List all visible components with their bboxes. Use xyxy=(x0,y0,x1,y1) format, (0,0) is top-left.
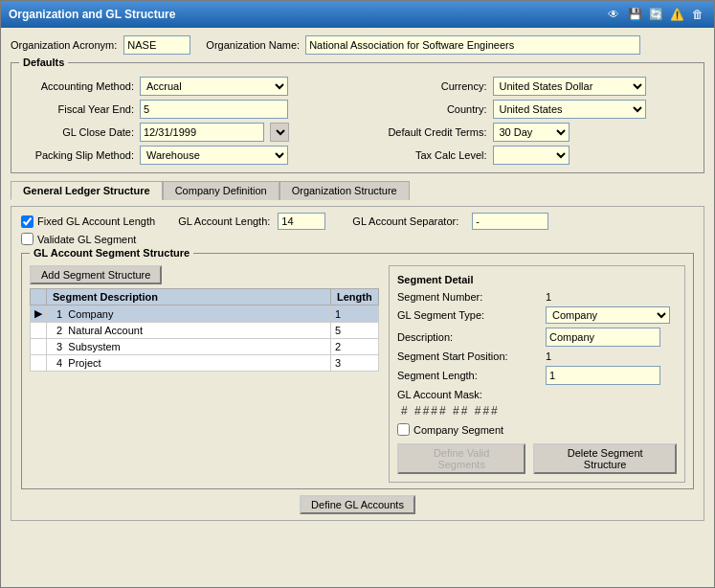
segment-detail-buttons: Define Valid Segments Delete Segment Str… xyxy=(397,443,677,474)
fixed-gl-check-row: Fixed GL Account Length xyxy=(21,215,155,228)
tab-general-ledger[interactable]: General Ledger Structure xyxy=(11,181,163,200)
segment-table-area: Add Segment Structure Segment Descriptio… xyxy=(30,265,379,483)
define-gl-btn-area: Define GL Accounts xyxy=(21,495,694,514)
start-pos-label: Segment Start Position: xyxy=(397,351,546,362)
org-acronym-input[interactable] xyxy=(123,35,190,55)
col-arrow xyxy=(31,289,47,305)
desc-label: Description: xyxy=(397,331,546,343)
country-select[interactable]: United States Canada United Kingdom xyxy=(493,100,646,119)
start-pos-row: Segment Start Position: 1 xyxy=(397,351,677,362)
main-content: Organization Acronym: Organization Name:… xyxy=(1,28,714,587)
credit-terms-label: Default Credit Terms: xyxy=(363,126,487,138)
delete-segment-button[interactable]: Delete Segment Structure xyxy=(533,443,677,474)
table-row[interactable]: 2 Natural Account 5 xyxy=(31,323,379,339)
row-len: 3 xyxy=(331,355,379,372)
country-label: Country: xyxy=(363,103,487,115)
gl-separator-label: GL Account Separator: xyxy=(352,215,458,227)
accounting-method-label: Accounting Method: xyxy=(19,80,134,92)
credit-terms-select[interactable]: 30 Day 60 Day Net 30 xyxy=(493,123,570,142)
gl-seg-type-select[interactable]: Company Natural Account Subsystem Projec… xyxy=(546,306,670,324)
currency-select[interactable]: United States Dollar Euro British Pound xyxy=(493,77,646,96)
segment-table: Segment Description Length ▶ 1 Company 1 xyxy=(30,288,379,372)
define-valid-segments-button[interactable]: Define Valid Segments xyxy=(397,443,525,474)
fiscal-year-input[interactable] xyxy=(140,100,288,119)
org-name-input[interactable] xyxy=(305,35,640,55)
desc-input[interactable] xyxy=(546,328,660,347)
gl-mask-row: GL Account Mask: xyxy=(397,389,677,400)
fiscal-year-label: Fiscal Year End: xyxy=(19,103,134,115)
seg-length-input[interactable] xyxy=(546,366,660,385)
defaults-group: Defaults Accounting Method: Accrual Cash… xyxy=(11,62,704,173)
accounting-method-select[interactable]: Accrual Cash xyxy=(140,77,288,96)
toolbar-icons: 👁 💾 🔄 ⚠️ 🗑 xyxy=(605,6,706,23)
packing-slip-row: Packing Slip Method: Warehouse Sales Ord… xyxy=(19,146,353,165)
gl-mask-label: GL Account Mask: xyxy=(397,389,546,400)
segment-structure-group: GL Account Segment Structure Add Segment… xyxy=(21,253,694,489)
eye-icon[interactable]: 👁 xyxy=(605,6,622,23)
defaults-right: Currency: United States Dollar Euro Brit… xyxy=(363,77,697,165)
close-icon[interactable]: 🗑 xyxy=(689,6,706,23)
define-gl-accounts-button[interactable]: Define GL Accounts xyxy=(300,495,415,514)
tab-company-definition[interactable]: Company Definition xyxy=(163,181,279,200)
segment-main-area: Add Segment Structure Segment Descriptio… xyxy=(30,265,685,483)
credit-terms-row: Default Credit Terms: 30 Day 60 Day Net … xyxy=(363,123,697,142)
gl-close-row: GL Close Date: ▼ xyxy=(19,123,353,142)
row-arrow xyxy=(31,339,47,355)
start-pos-value: 1 xyxy=(546,351,551,362)
seg-num-value: 1 xyxy=(546,291,551,303)
gl-close-dropdown[interactable]: ▼ xyxy=(270,123,289,142)
desc-row: Description: xyxy=(397,328,677,347)
gl-separator-input[interactable] xyxy=(472,213,548,230)
tax-calc-select[interactable]: Line Order xyxy=(493,146,570,165)
seg-num-row: Segment Number: 1 xyxy=(397,291,677,303)
seg-length-label: Segment Length: xyxy=(397,370,546,381)
org-row: Organization Acronym: Organization Name: xyxy=(11,35,704,55)
org-acronym-label: Organization Acronym: xyxy=(11,39,117,51)
row-desc: 2 Natural Account xyxy=(47,323,331,339)
currency-label: Currency: xyxy=(363,80,487,92)
tab-organization-structure[interactable]: Organization Structure xyxy=(279,181,410,200)
tax-calc-row: Tax Calc Level: Line Order xyxy=(363,146,697,165)
mask-value: # #### ## ### xyxy=(401,404,500,418)
row-arrow xyxy=(31,355,47,372)
gl-structure-row: Fixed GL Account Length GL Account Lengt… xyxy=(21,213,694,230)
col-description: Segment Description xyxy=(47,289,331,305)
country-row: Country: United States Canada United Kin… xyxy=(363,100,697,119)
gl-seg-type-row: GL Segment Type: Company Natural Account… xyxy=(397,306,677,324)
warning-icon[interactable]: ⚠️ xyxy=(668,6,685,23)
row-arrow: ▶ xyxy=(31,305,47,323)
title-bar: Organization and GL Structure 👁 💾 🔄 ⚠️ 🗑 xyxy=(1,1,714,28)
gl-account-length-input[interactable] xyxy=(278,213,325,230)
validate-gl-checkbox[interactable] xyxy=(21,233,34,245)
company-seg-checkbox[interactable] xyxy=(397,423,410,436)
fixed-gl-checkbox[interactable] xyxy=(21,215,34,228)
save-icon[interactable]: 💾 xyxy=(626,6,643,23)
row-len: 5 xyxy=(331,323,379,339)
row-len: 2 xyxy=(331,339,379,355)
org-name-label: Organization Name: xyxy=(206,39,300,51)
company-seg-label: Company Segment xyxy=(413,424,503,436)
tax-calc-label: Tax Calc Level: xyxy=(363,149,487,161)
validate-gl-label: Validate GL Segment xyxy=(37,234,136,245)
table-row[interactable]: 3 Subsystem 2 xyxy=(31,339,379,355)
tabs-bar: General Ledger Structure Company Definit… xyxy=(11,181,704,200)
defaults-left: Accounting Method: Accrual Cash Fiscal Y… xyxy=(19,77,353,165)
row-desc: 4 Project xyxy=(47,355,331,372)
table-row[interactable]: ▶ 1 Company 1 xyxy=(31,305,379,323)
add-segment-button[interactable]: Add Segment Structure xyxy=(30,265,162,284)
refresh-icon[interactable]: 🔄 xyxy=(647,6,664,23)
col-length: Length xyxy=(331,289,379,305)
gl-close-label: GL Close Date: xyxy=(19,126,134,138)
row-len: 1 xyxy=(331,305,379,323)
seg-length-row: Segment Length: xyxy=(397,366,677,385)
fixed-gl-label: Fixed GL Account Length xyxy=(37,215,155,227)
currency-row: Currency: United States Dollar Euro Brit… xyxy=(363,77,697,96)
segment-detail-area: Segment Detail Segment Number: 1 GL Segm… xyxy=(389,265,685,483)
main-window: Organization and GL Structure 👁 💾 🔄 ⚠️ 🗑… xyxy=(0,0,715,588)
packing-slip-select[interactable]: Warehouse Sales Order xyxy=(140,146,288,165)
validate-gl-check-row: Validate GL Segment xyxy=(21,233,694,245)
gl-close-input[interactable] xyxy=(140,123,264,142)
row-desc: 3 Subsystem xyxy=(47,339,331,355)
table-row[interactable]: 4 Project 3 xyxy=(31,355,379,372)
gl-seg-type-label: GL Segment Type: xyxy=(397,309,546,321)
